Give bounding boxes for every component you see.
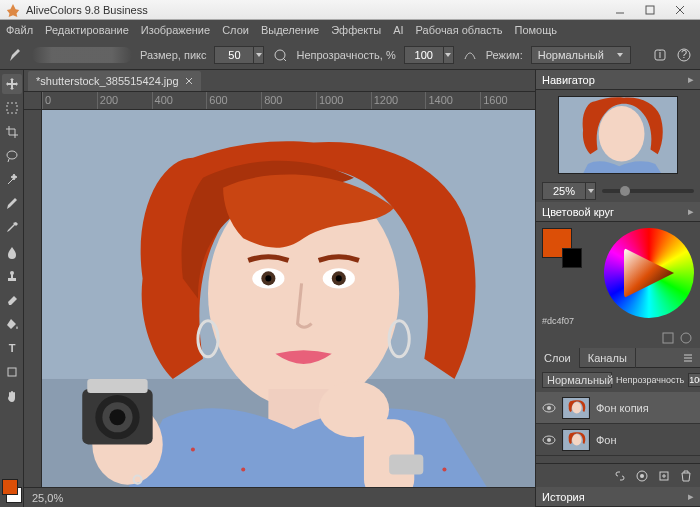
svg-point-48 (547, 438, 551, 442)
options-toolbar: Размер, пикс 50 Непрозрачность, % 100 Ре… (0, 40, 700, 70)
selection-tool[interactable] (2, 98, 22, 118)
close-tab-icon[interactable] (185, 77, 193, 85)
opacity-input[interactable]: 100 (404, 46, 444, 64)
menu-layers[interactable]: Слои (222, 24, 249, 36)
crop-tool[interactable] (2, 122, 22, 142)
visibility-icon[interactable] (542, 401, 556, 415)
menu-file[interactable]: Файл (6, 24, 33, 36)
menu-workspace[interactable]: Рабочая область (416, 24, 503, 36)
navigator-preview[interactable] (536, 90, 700, 180)
svg-point-26 (336, 275, 342, 281)
svg-point-46 (572, 402, 582, 414)
fx-icon[interactable] (634, 468, 650, 484)
panel-collapse-icon[interactable]: ▸ (688, 490, 694, 503)
size-dropdown[interactable] (254, 46, 264, 64)
stamp-tool[interactable] (2, 266, 22, 286)
color-option-icon[interactable] (680, 332, 694, 346)
channels-tab[interactable]: Каналы (580, 348, 636, 368)
new-layer-icon[interactable] (656, 468, 672, 484)
minimize-button[interactable] (606, 2, 634, 18)
document-tab[interactable]: *shutterstock_385515424.jpg (28, 71, 201, 91)
move-tool[interactable] (2, 74, 22, 94)
ruler-corner (24, 92, 42, 110)
layer-row[interactable]: Фон копия (536, 392, 700, 424)
svg-point-20 (442, 468, 446, 472)
panel-menu-icon[interactable] (682, 352, 694, 364)
brush-tool[interactable] (2, 194, 22, 214)
color-wheel[interactable] (604, 228, 694, 318)
panel-collapse-icon[interactable]: ▸ (688, 205, 694, 218)
color-background-swatch[interactable] (562, 248, 582, 268)
ruler-vertical (24, 110, 42, 487)
navigator-thumbnail[interactable] (558, 96, 678, 174)
svg-rect-12 (8, 368, 16, 376)
titlebar: AliveColors 9.8 Business (0, 0, 700, 20)
svg-point-42 (681, 333, 691, 343)
color-wheel-area: #dc4f07 (536, 222, 700, 332)
brush-preview[interactable] (32, 47, 132, 63)
pressure-opacity-icon[interactable] (462, 47, 478, 63)
color-swatches[interactable] (2, 479, 22, 503)
navigator-zoom-dropdown[interactable] (586, 182, 596, 200)
brush-tool-icon (8, 47, 24, 63)
eraser-tool[interactable] (2, 290, 22, 310)
svg-rect-0 (646, 6, 654, 14)
eyedropper-tool[interactable] (2, 218, 22, 238)
document-tabbar: *shutterstock_385515424.jpg (24, 70, 535, 92)
menu-help[interactable]: Помощь (514, 24, 557, 36)
foreground-color[interactable] (2, 479, 18, 495)
link-layers-icon[interactable] (612, 468, 628, 484)
text-tool[interactable]: T (2, 338, 22, 358)
document-tab-label: *shutterstock_385515424.jpg (36, 75, 179, 87)
svg-text:?: ? (681, 48, 687, 60)
layer-opacity-input[interactable]: 100 (688, 373, 700, 387)
svg-point-10 (10, 271, 14, 275)
close-button[interactable] (666, 2, 694, 18)
menu-ai[interactable]: AI (393, 24, 403, 36)
navigator-zoom-slider[interactable] (602, 189, 694, 193)
image-viewport[interactable] (42, 110, 535, 487)
layer-row[interactable]: Фон (536, 424, 700, 456)
lasso-tool[interactable] (2, 146, 22, 166)
layer-blend-select[interactable]: Нормальный (542, 372, 612, 388)
layers-tabs: Слои Каналы (536, 348, 700, 368)
panel-collapse-icon[interactable]: ▸ (688, 73, 694, 86)
opacity-dropdown[interactable] (444, 46, 454, 64)
menu-edit[interactable]: Редактирование (45, 24, 129, 36)
layer-opacity-label: Непрозрачность (616, 375, 684, 385)
magic-wand-tool[interactable] (2, 170, 22, 190)
navigator-zoom-input[interactable]: 25% (542, 182, 586, 200)
menu-effects[interactable]: Эффекты (331, 24, 381, 36)
menu-image[interactable]: Изображение (141, 24, 210, 36)
delete-layer-icon[interactable] (678, 468, 694, 484)
chevron-down-icon (616, 51, 624, 59)
svg-text:T: T (8, 342, 15, 354)
canvas[interactable]: 02004006008001000120014001600 (24, 92, 535, 487)
svg-rect-31 (389, 454, 423, 474)
shape-tool[interactable] (2, 362, 22, 382)
size-label: Размер, пикс (140, 49, 206, 61)
layer-thumbnail (562, 397, 590, 419)
navigator-header[interactable]: Навигатор ▸ (536, 70, 700, 90)
layers-tab[interactable]: Слои (536, 348, 580, 368)
navigator-title: Навигатор (542, 74, 595, 86)
size-input[interactable]: 50 (214, 46, 254, 64)
bucket-tool[interactable] (2, 314, 22, 334)
svg-point-23 (265, 275, 271, 281)
app-title: AliveColors 9.8 Business (26, 4, 606, 16)
color-panel-header[interactable]: Цветовой круг ▸ (536, 202, 700, 222)
maximize-button[interactable] (636, 2, 664, 18)
visibility-icon[interactable] (542, 433, 556, 447)
color-option-icon[interactable] (662, 332, 676, 346)
history-header[interactable]: История ▸ (536, 487, 700, 507)
color-triangle[interactable] (624, 248, 674, 298)
help-icon[interactable]: ? (676, 47, 692, 63)
info-icon[interactable]: i (652, 47, 668, 63)
blur-tool[interactable] (2, 242, 22, 262)
blend-mode-select[interactable]: Нормальный (531, 46, 631, 64)
menu-selection[interactable]: Выделение (261, 24, 319, 36)
svg-rect-8 (8, 278, 16, 281)
size-picker-icon[interactable] (272, 47, 288, 63)
blend-mode-value: Нормальный (538, 49, 604, 61)
hand-tool[interactable] (2, 386, 22, 406)
